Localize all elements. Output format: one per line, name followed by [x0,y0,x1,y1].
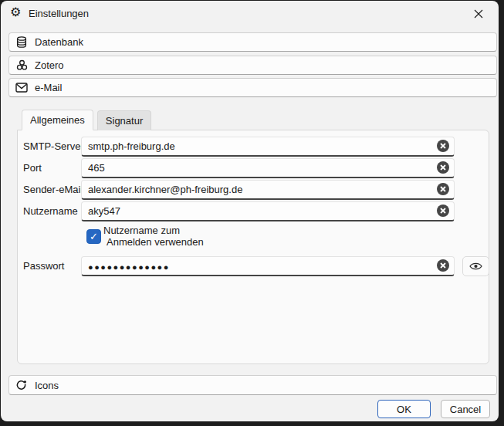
clear-icon[interactable] [437,259,449,272]
reveal-password-button[interactable] [462,256,489,276]
titlebar: ⚙ Einstellungen [1,1,499,25]
ok-button[interactable]: OK [377,400,431,418]
tab-signatur[interactable]: Signatur [97,110,151,130]
smtp-server-row: SMTP-Server [18,137,489,157]
login-checkbox-row: ✓ Nutzername zum Anmelden verwenden [18,225,489,251]
clear-icon[interactable] [437,140,449,152]
smtp-server-label: SMTP-Server [23,137,84,157]
password-label: Passwort [23,256,64,276]
port-label: Port [23,158,42,178]
password-row: Passwort [18,256,489,276]
port-input[interactable] [81,158,455,178]
smtp-server-input[interactable] [81,137,455,157]
clear-icon[interactable] [437,183,449,195]
dialog-title: Einstellungen [29,8,89,19]
close-button[interactable] [468,5,489,23]
username-row: Nutzername [18,201,489,221]
clear-icon[interactable] [437,161,449,174]
zotero-icon [15,59,28,72]
section-label-zotero: Zotero [35,59,64,71]
port-row: Port [18,158,489,178]
section-label-email: e-Mail [35,82,62,93]
gear-icon: ⚙ [10,5,21,19]
section-label-datenbank: Datenbank [35,36,83,48]
username-input[interactable] [81,201,455,221]
login-checkbox-label: Nutzername zum Anmelden verwenden [103,225,204,248]
sender-email-input[interactable] [81,180,455,200]
eye-icon [469,262,482,271]
cancel-button[interactable]: Cancel [441,400,490,418]
sync-icon [15,379,28,391]
email-tabs: Allgemeines Signatur [22,110,151,130]
section-header-email[interactable]: e-Mail [8,78,497,97]
check-icon: ✓ [90,232,98,242]
close-icon [474,9,483,19]
settings-dialog: ⚙ Einstellungen Datenbank [1,1,499,421]
clear-icon[interactable] [437,205,449,217]
mail-icon [15,82,28,94]
email-general-pane: SMTP-Server Port Sender-eMail [17,130,489,364]
password-input[interactable] [81,256,455,276]
database-icon [15,36,28,49]
login-checkbox[interactable]: ✓ [86,229,101,244]
sender-email-label: Sender-eMail [23,180,83,200]
section-label-icons: Icons [35,380,59,391]
sender-email-row: Sender-eMail [18,180,489,200]
section-header-icons[interactable]: Icons [8,375,497,395]
section-header-zotero[interactable]: Zotero [8,56,497,75]
username-label: Nutzername [23,201,78,221]
tab-allgemeines[interactable]: Allgemeines [22,110,93,130]
section-header-datenbank[interactable]: Datenbank [8,32,497,52]
